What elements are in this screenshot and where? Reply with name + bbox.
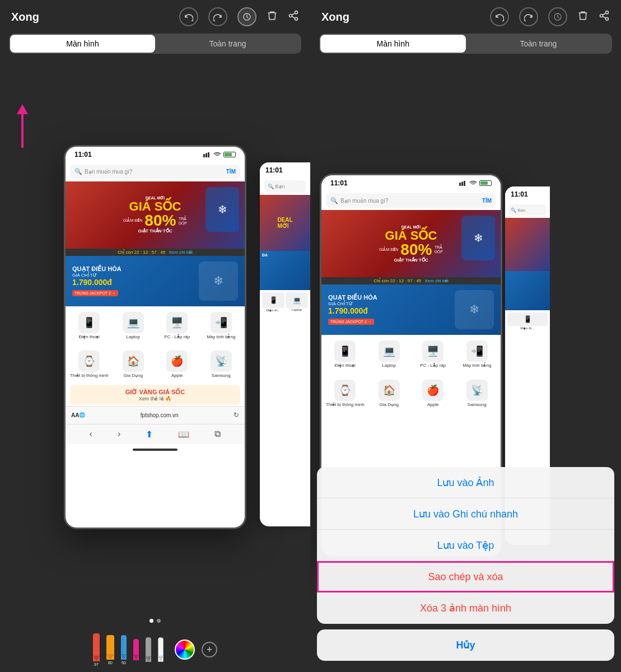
category-grid-1: 📱 Điện thoại 💻 Laptop 🖥️ PC - Lắp ráp 📲 … bbox=[66, 306, 245, 346]
blue-pen-tool[interactable]: 50 bbox=[121, 635, 127, 665]
right-share-button[interactable] bbox=[599, 10, 610, 24]
share-button[interactable] bbox=[288, 10, 299, 24]
partial-phone-right: 11:01 🔍 Bạn DEALMỚI ĐA 📱Điện th... 💻Lapt… bbox=[260, 162, 310, 526]
category-pc[interactable]: 🖥️ PC - Lắp ráp bbox=[156, 310, 199, 342]
right-cat-apple[interactable]: 🍎Apple bbox=[412, 377, 455, 410]
right-redo-button[interactable] bbox=[519, 7, 538, 26]
phone-home-bar bbox=[66, 444, 245, 455]
tabs-nav-icon: ⧉ bbox=[214, 429, 221, 439]
svg-rect-1 bbox=[203, 154, 205, 157]
phone-nav-bar: ‹ › ⬆ 📖 ⧉ bbox=[66, 424, 245, 444]
phone-search-bar: 🔍 Bạn muốn mua gì? TÌM bbox=[70, 165, 240, 179]
svg-rect-2 bbox=[206, 153, 207, 157]
category-tablet[interactable]: 📲 Máy tính bảng bbox=[200, 310, 243, 342]
pink-arrow-annotation bbox=[17, 104, 28, 148]
right-cat-tablet[interactable]: 📲Máy tính bảng bbox=[456, 338, 499, 371]
red-pen-tool[interactable]: 97 bbox=[93, 633, 100, 666]
phone-time: 11:01 bbox=[74, 151, 92, 158]
arrow-head bbox=[17, 104, 28, 114]
save-to-photos-button[interactable]: Lưu vào Ảnh bbox=[317, 467, 614, 498]
back-nav-icon: ‹ bbox=[90, 429, 92, 439]
save-to-files-button[interactable]: Lưu vào Tệp bbox=[317, 530, 614, 561]
svg-rect-6 bbox=[461, 182, 463, 186]
category-samsung[interactable]: 📡 Samsung bbox=[200, 348, 243, 381]
undo-button[interactable] bbox=[179, 7, 198, 26]
redo-button[interactable] bbox=[208, 7, 227, 26]
dot-2 bbox=[157, 619, 161, 623]
right-toolbar-icons bbox=[490, 7, 610, 26]
category-grid-2: ⌚ Thiết bị thông minh 🏠 Gia Dụng 🍎 Apple… bbox=[66, 345, 245, 384]
cancel-button[interactable]: Hủy bbox=[317, 629, 614, 661]
right-full-page-tab[interactable]: Toàn trang bbox=[466, 35, 611, 53]
category-phone[interactable]: 📱 Điện thoại bbox=[68, 310, 111, 342]
right-cat-phone[interactable]: 📱Điện thoại bbox=[324, 338, 367, 371]
category-laptop[interactable]: 💻 Laptop bbox=[112, 310, 155, 342]
right-markup-button[interactable] bbox=[548, 7, 567, 26]
phone-product-banner: QUẠT ĐIỀU HÒA GIÁ CHỈ TỪ 1.790.000đ TRÚN… bbox=[66, 256, 245, 306]
left-top-bar: Xong bbox=[0, 0, 310, 34]
phone-status-icons bbox=[203, 152, 236, 157]
right-screen-tab[interactable]: Màn hình bbox=[320, 35, 466, 53]
left-segment-control: Màn hình Toàn trang bbox=[9, 34, 301, 54]
copy-and-delete-button[interactable]: Sao chép và xóa bbox=[317, 561, 614, 592]
forward-nav-icon: › bbox=[118, 429, 120, 439]
full-page-tab[interactable]: Toàn trang bbox=[155, 35, 300, 53]
right-panel: Xong bbox=[310, 0, 621, 672]
delete-3-screenshots-button[interactable]: Xóa 3 ảnh màn hình bbox=[317, 592, 614, 624]
svg-rect-5 bbox=[459, 183, 461, 186]
gray-pen-tool[interactable] bbox=[146, 637, 151, 662]
yellow-marker-tool[interactable]: 80 bbox=[106, 635, 114, 665]
left-screenshot-area: 11:01 🔍 Bạn muốn mua gì? TÌM DEAL MỚI bbox=[0, 59, 310, 614]
phone-address-bar: AA 🌐 fptshop.com.vn ↻ bbox=[66, 406, 245, 424]
bookmark-nav-icon: 📖 bbox=[178, 429, 189, 440]
battery-icon bbox=[223, 152, 236, 157]
left-toolbar-icons bbox=[179, 7, 299, 26]
trash-button[interactable] bbox=[267, 10, 278, 24]
right-cat-smart[interactable]: ⌚Thiết bị thông minh bbox=[324, 377, 367, 410]
save-to-quick-note-button[interactable]: Lưu vào Ghi chú nhanh bbox=[317, 498, 614, 530]
action-group-main: Lưu vào Ảnh Lưu vào Ghi chú nhanh Lưu và… bbox=[317, 467, 614, 624]
right-cat-laptop[interactable]: 💻Laptop bbox=[368, 338, 411, 371]
page-dots bbox=[0, 614, 310, 627]
left-panel: Xong bbox=[0, 0, 310, 672]
right-top-bar: Xong bbox=[310, 0, 621, 34]
product-image: ❄ bbox=[199, 262, 238, 301]
left-done-button[interactable]: Xong bbox=[11, 11, 39, 24]
right-done-button[interactable]: Xong bbox=[321, 11, 349, 24]
category-home-appliance[interactable]: 🏠 Gia Dụng bbox=[112, 348, 155, 381]
promo-banner: GIỜ VÀNG GIÁ SỐC Xem thế lề 🔥 bbox=[70, 385, 240, 405]
dot-1 bbox=[150, 619, 153, 623]
right-cat-home[interactable]: 🏠Gia Dụng bbox=[368, 377, 411, 410]
category-smart-device[interactable]: ⌚ Thiết bị thông minh bbox=[68, 348, 111, 381]
screen-tab[interactable]: Màn hình bbox=[10, 35, 155, 53]
phone-countdown: Chỉ còn 22 : 12 : 57 : 45 Xem chi tiết bbox=[66, 249, 245, 256]
category-apple[interactable]: 🍎 Apple bbox=[156, 348, 199, 381]
markup-button[interactable] bbox=[237, 7, 256, 26]
right-cat-pc[interactable]: 🖥️PC - Lắp ráp bbox=[412, 338, 455, 371]
pink-pen-tool[interactable] bbox=[133, 639, 139, 660]
phone-main-banner: DEAL MỚI GIÁ SỐC GIẢM ĐẾN 80% TRẢGÓP GIẬ… bbox=[66, 181, 245, 249]
svg-rect-7 bbox=[464, 181, 465, 186]
left-phone-mockup: 11:01 🔍 Bạn muốn mua gì? TÌM DEAL MỚI bbox=[66, 147, 245, 528]
share-nav-icon: ⬆ bbox=[146, 429, 153, 440]
drawing-tools: 97 80 50 bbox=[0, 627, 310, 672]
white-pen-tool[interactable] bbox=[158, 637, 164, 662]
phone-status-bar: 11:01 bbox=[66, 147, 245, 162]
action-sheet-overlay: Lưu vào Ảnh Lưu vào Ghi chú nhanh Lưu và… bbox=[310, 467, 621, 672]
right-segment-control: Màn hình Toàn trang bbox=[319, 34, 612, 54]
svg-rect-3 bbox=[208, 152, 209, 157]
right-trash-button[interactable] bbox=[577, 10, 589, 24]
arrow-line bbox=[21, 114, 24, 148]
right-cat-samsung[interactable]: 📡Samsung bbox=[456, 377, 499, 410]
color-wheel[interactable] bbox=[175, 640, 195, 660]
action-sheet: Lưu vào Ảnh Lưu vào Ghi chú nhanh Lưu và… bbox=[310, 467, 621, 672]
cancel-group: Hủy bbox=[317, 629, 614, 661]
right-undo-button[interactable] bbox=[490, 7, 509, 26]
add-tool-button[interactable]: + bbox=[202, 642, 217, 657]
